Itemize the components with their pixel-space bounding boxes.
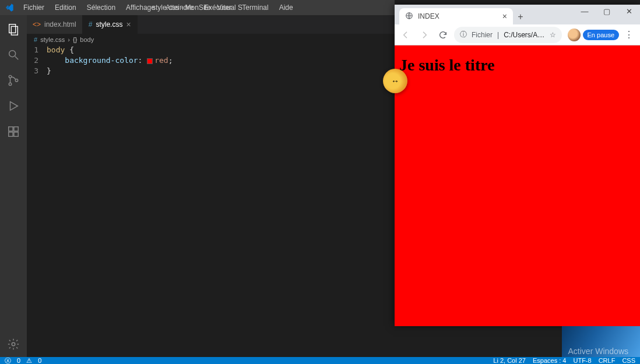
maximize-button[interactable]: ▢ bbox=[596, 5, 618, 17]
status-warnings[interactable]: 0 bbox=[38, 357, 41, 364]
svg-rect-1 bbox=[11, 26, 17, 35]
menu-aide[interactable]: Aide bbox=[275, 2, 298, 13]
chrome-tab-title: INDEX bbox=[418, 12, 439, 20]
address-path: C:/Users/Adminis... bbox=[504, 31, 544, 39]
svg-point-5 bbox=[9, 83, 11, 85]
vscode-activitybar bbox=[0, 15, 27, 357]
vscode-tabs: <> index.html # style.css × bbox=[27, 15, 395, 34]
address-scheme: Fichier bbox=[472, 31, 493, 39]
tab-index-html[interactable]: <> index.html bbox=[27, 15, 83, 34]
menu-icon[interactable]: ⋮ bbox=[621, 27, 637, 43]
tab-label: index.html bbox=[44, 20, 76, 29]
status-eol[interactable]: CRLF bbox=[599, 357, 616, 364]
status-lang[interactable]: CSS bbox=[622, 357, 635, 364]
svg-point-12 bbox=[12, 342, 15, 346]
chrome-profile-area: En pause ⋮ bbox=[568, 27, 637, 43]
back-icon[interactable] bbox=[398, 27, 413, 43]
forward-icon[interactable] bbox=[417, 27, 432, 43]
svg-point-2 bbox=[9, 51, 16, 57]
reload-icon[interactable] bbox=[435, 27, 451, 43]
status-spaces[interactable]: Espaces : 4 bbox=[533, 357, 566, 364]
vscode-window-title: style.css - MonSite - Visual S bbox=[152, 3, 242, 12]
chrome-tab-index[interactable]: INDEX × bbox=[399, 8, 513, 24]
vscode-editor[interactable]: 1 body { 2 background-color: red; 3 } bbox=[27, 45, 395, 357]
css-file-icon: # bbox=[34, 36, 37, 43]
chevron-right-icon: › bbox=[68, 36, 70, 43]
breadcrumb-file: style.css bbox=[40, 36, 65, 43]
editor-line: 1 body { bbox=[27, 45, 395, 56]
vscode-logo bbox=[5, 3, 14, 12]
svg-rect-11 bbox=[14, 127, 18, 131]
chrome-window: INDEX × + — ▢ ✕ ⓘ Fichier | C:/Users/Adm… bbox=[395, 5, 640, 326]
close-icon[interactable]: × bbox=[126, 20, 131, 29]
html-file-icon: <> bbox=[33, 20, 41, 29]
page-heading: Je suis le titre bbox=[399, 56, 635, 75]
css-selector: body bbox=[47, 45, 65, 54]
menu-edition[interactable]: Edition bbox=[50, 2, 81, 13]
chrome-addressbar[interactable]: ⓘ Fichier | C:/Users/Adminis... ☆ bbox=[454, 27, 562, 43]
line-number: 3 bbox=[27, 66, 47, 77]
warning-icon[interactable]: ⚠ bbox=[26, 357, 32, 365]
chrome-page-content: Je suis le titre bbox=[395, 45, 640, 326]
menu-fichier[interactable]: Fichier bbox=[19, 2, 49, 13]
star-icon[interactable]: ☆ bbox=[550, 31, 556, 39]
css-property: background-color bbox=[65, 56, 138, 65]
minimize-button[interactable]: — bbox=[574, 5, 596, 17]
divider: | bbox=[497, 31, 499, 39]
new-tab-button[interactable]: + bbox=[513, 9, 528, 24]
settings-gear-icon[interactable] bbox=[6, 337, 20, 351]
profile-status-chip[interactable]: En pause bbox=[583, 30, 619, 40]
menu-terminal[interactable]: Terminal bbox=[237, 2, 273, 13]
chrome-tabstrip: INDEX × + — ▢ ✕ bbox=[395, 5, 640, 24]
windows-watermark: Activer Windows bbox=[568, 347, 628, 356]
avatar[interactable] bbox=[568, 29, 581, 41]
color-swatch-icon[interactable] bbox=[147, 58, 153, 64]
editor-line: 2 background-color: red; bbox=[27, 56, 395, 66]
vscode-breadcrumb[interactable]: # style.css › {} body bbox=[27, 34, 395, 45]
status-errors[interactable]: 0 bbox=[17, 357, 20, 364]
line-number: 1 bbox=[27, 45, 47, 56]
vscode-titlebar: Fichier Edition Sélection Affichage Atte… bbox=[0, 0, 395, 15]
breadcrumb-symbol: body bbox=[80, 36, 94, 43]
svg-rect-10 bbox=[14, 132, 18, 136]
info-icon[interactable]: ⓘ bbox=[460, 30, 467, 40]
brace: } bbox=[47, 66, 51, 75]
svg-point-4 bbox=[9, 75, 11, 77]
brace: { bbox=[69, 45, 74, 54]
editor-line: 3 } bbox=[27, 66, 395, 77]
window-controls: — ▢ ✕ bbox=[574, 5, 640, 17]
symbol-icon: {} bbox=[73, 36, 77, 43]
close-icon[interactable]: × bbox=[502, 12, 507, 21]
svg-line-3 bbox=[15, 56, 19, 60]
svg-rect-9 bbox=[9, 132, 13, 136]
chrome-toolbar: ⓘ Fichier | C:/Users/Adminis... ☆ En pau… bbox=[395, 24, 640, 45]
run-debug-icon[interactable] bbox=[6, 99, 20, 113]
source-control-icon[interactable] bbox=[6, 73, 20, 87]
svg-marker-7 bbox=[10, 102, 18, 111]
vscode-statusbar: ⓧ 0 ⚠ 0 Li 2, Col 27 Espaces : 4 UTF-8 C… bbox=[0, 357, 640, 364]
error-icon[interactable]: ⓧ bbox=[5, 356, 11, 365]
close-button[interactable]: ✕ bbox=[618, 5, 640, 17]
extensions-icon[interactable] bbox=[6, 125, 20, 139]
tab-style-css[interactable]: # style.css × bbox=[83, 15, 138, 34]
globe-icon bbox=[405, 12, 413, 22]
search-icon[interactable] bbox=[6, 48, 20, 62]
css-value: red bbox=[154, 56, 168, 65]
menu-selection[interactable]: Sélection bbox=[82, 2, 120, 13]
tab-label: style.css bbox=[96, 20, 122, 29]
line-number: 2 bbox=[27, 56, 47, 66]
svg-rect-8 bbox=[9, 127, 13, 131]
css-file-icon: # bbox=[89, 20, 93, 29]
svg-rect-0 bbox=[9, 24, 16, 33]
explorer-icon[interactable] bbox=[6, 22, 20, 36]
status-line-col[interactable]: Li 2, Col 27 bbox=[493, 357, 526, 364]
status-encoding[interactable]: UTF-8 bbox=[573, 357, 591, 364]
